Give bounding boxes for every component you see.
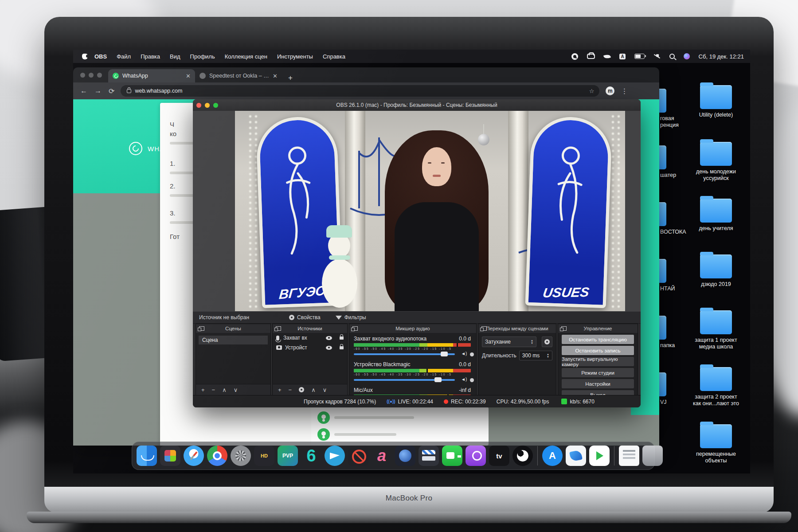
settings-knob-icon[interactable] <box>470 352 474 356</box>
podcasts-icon[interactable] <box>466 446 486 466</box>
app-store-icon[interactable]: A <box>542 446 563 466</box>
address-bar[interactable]: web.whatsapp.com ☆ <box>121 85 599 97</box>
source-down-button[interactable]: ∨ <box>323 387 327 393</box>
obs-status-icon[interactable] <box>571 53 578 60</box>
window-controls[interactable] <box>80 73 102 78</box>
contact-row[interactable] <box>317 411 482 424</box>
duration-field[interactable]: 300 ms ▲▼ <box>519 351 552 360</box>
popout-icon[interactable] <box>352 326 358 331</box>
spotlight-icon[interactable] <box>669 54 675 59</box>
stop-recording-button[interactable]: Остановить запись <box>562 346 634 355</box>
desktop-folder[interactable]: защита 1 проектмедиа школа <box>689 310 743 350</box>
add-source-button[interactable]: + <box>278 387 282 393</box>
tab-close-icon[interactable]: ✕ <box>273 73 278 79</box>
blocked-app-icon[interactable] <box>348 446 368 466</box>
menu-profile[interactable]: Профиль <box>190 53 215 60</box>
settings-knob-icon[interactable] <box>470 378 474 382</box>
pvp-app-icon[interactable]: PVP <box>278 446 298 466</box>
tab-close-icon[interactable]: ✕ <box>186 73 191 79</box>
menu-app-name[interactable]: OBS <box>94 53 107 60</box>
system-preferences-icon[interactable] <box>231 446 251 466</box>
launchpad-icon[interactable] <box>160 446 180 466</box>
blue-swoosh-app-icon[interactable] <box>566 446 586 466</box>
obs-title-bar[interactable]: OBS 26.1.0 (mac) - Профиль: Безымянный -… <box>193 99 641 111</box>
video-player-icon[interactable] <box>589 446 610 466</box>
visibility-icon[interactable] <box>326 346 332 350</box>
volume-slider[interactable]: ◄) <box>354 351 471 357</box>
menu-view[interactable]: Вид <box>170 53 180 60</box>
obs-dock-icon[interactable] <box>512 446 533 466</box>
apple-icon[interactable] <box>82 54 88 59</box>
filters-button[interactable]: Фильтры <box>336 314 366 321</box>
desktop-folder[interactable]: день молодежиуссурийск <box>689 142 743 182</box>
scene-item[interactable]: Сцена <box>199 336 268 344</box>
trash-icon[interactable] <box>642 446 663 466</box>
utility-status-icon[interactable] <box>603 53 611 59</box>
siri-icon[interactable] <box>684 53 690 59</box>
menu-file[interactable]: Файл <box>117 53 131 60</box>
menu-scene-collection[interactable]: Коллекция сцен <box>225 53 267 60</box>
volume-slider[interactable]: ◄) <box>354 377 471 383</box>
chrome-icon[interactable] <box>207 446 227 466</box>
transition-select[interactable]: Затухание ▲▼ <box>482 336 536 347</box>
speaker-icon[interactable]: ◄) <box>461 351 467 356</box>
lock-icon[interactable] <box>340 336 344 340</box>
back-button[interactable]: ← <box>80 87 87 95</box>
apple-tv-icon[interactable]: tv <box>489 446 509 466</box>
desktop-folder[interactable]: защита 2 проекткак они...лают это <box>689 367 743 407</box>
scene-up-button[interactable]: ∧ <box>222 387 227 393</box>
unlock-icon[interactable] <box>340 346 344 349</box>
scene-down-button[interactable]: ∨ <box>234 387 238 393</box>
input-source-icon[interactable]: A <box>619 54 625 59</box>
popout-icon[interactable] <box>561 326 567 331</box>
menu-help[interactable]: Справка <box>323 53 345 60</box>
desktop-folder[interactable]: Utility (delete) <box>689 85 743 118</box>
stop-streaming-button[interactable]: Остановить трансляцию <box>562 335 634 344</box>
zoom-button[interactable] <box>97 73 102 78</box>
new-tab-button[interactable]: + <box>288 74 293 82</box>
menu-edit[interactable]: Правка <box>141 53 160 60</box>
desktop-folder[interactable]: перемещенныеобъекты <box>689 424 743 464</box>
visibility-icon[interactable] <box>326 336 332 340</box>
tab-speedtest[interactable]: Speedtest от Ookla – Глобальн ✕ <box>195 69 282 82</box>
forward-button[interactable]: → <box>94 87 102 95</box>
profile-avatar[interactable]: m <box>606 86 614 95</box>
facetime-icon[interactable] <box>442 446 462 466</box>
source-up-button[interactable]: ∧ <box>311 387 316 393</box>
start-virtual-camera-button[interactable]: Запустить виртуальную камеру <box>562 357 634 366</box>
battery-icon[interactable] <box>634 54 645 59</box>
safari-icon[interactable] <box>184 446 204 466</box>
studio-mode-button[interactable]: Режим студии <box>562 368 634 377</box>
creative-cloud-icon[interactable] <box>587 54 595 59</box>
tab-whatsapp[interactable]: WhatsApp ✕ <box>108 69 195 82</box>
video-converter-icon[interactable]: HD <box>254 446 274 466</box>
spinner-icon[interactable]: ▲▼ <box>547 353 549 358</box>
transition-gear-button[interactable] <box>542 336 552 347</box>
wireless-off-icon[interactable] <box>653 54 660 59</box>
screen-capture-icon[interactable] <box>419 446 439 466</box>
contact-row[interactable] <box>317 428 482 441</box>
source-properties-icon[interactable] <box>299 387 304 392</box>
reload-button[interactable]: ⟳ <box>109 87 114 95</box>
minimize-button[interactable] <box>89 73 94 78</box>
document-icon[interactable] <box>619 446 639 466</box>
desktop-folder[interactable]: дзюдо 2019 <box>689 254 743 288</box>
source-item[interactable]: Устройст <box>273 343 347 352</box>
menu-tools[interactable]: Инструменты <box>277 53 313 60</box>
source-item[interactable]: Захват вх <box>273 333 347 343</box>
popout-icon[interactable] <box>199 326 204 331</box>
properties-button[interactable]: Свойства <box>289 314 321 321</box>
settings-button[interactable]: Настройки <box>562 379 634 388</box>
popout-icon[interactable] <box>481 326 487 331</box>
add-scene-button[interactable]: + <box>201 387 205 393</box>
bookmark-star-icon[interactable]: ☆ <box>589 88 595 94</box>
desktop-folder[interactable]: день учителя <box>689 199 743 232</box>
speaker-icon[interactable]: ◄) <box>461 377 467 382</box>
remove-source-button[interactable]: − <box>289 387 292 393</box>
close-button[interactable] <box>80 73 85 78</box>
pink-a-app-icon[interactable]: a <box>372 446 392 466</box>
remove-scene-button[interactable]: − <box>212 387 215 393</box>
six-app-icon[interactable]: 6 <box>301 446 321 466</box>
finder-icon[interactable] <box>137 446 157 466</box>
spinner-icon[interactable]: ▲▼ <box>531 339 533 344</box>
